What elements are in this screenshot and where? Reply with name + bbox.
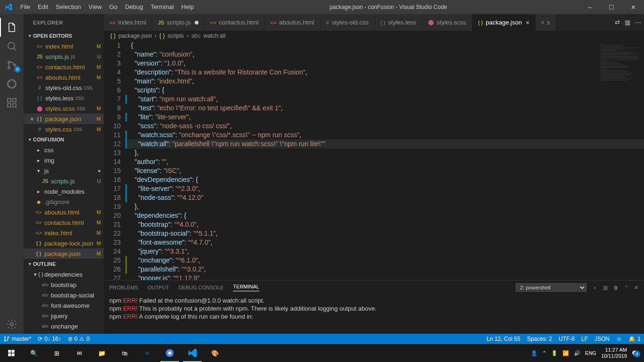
tree-item[interactable]: ▸css bbox=[24, 145, 104, 155]
menu-view[interactable]: View bbox=[85, 0, 106, 14]
wifi-icon[interactable]: 📶 bbox=[562, 350, 569, 356]
explorer-icon[interactable] bbox=[0, 18, 24, 37]
notifications-icon[interactable]: 🔔1 bbox=[625, 334, 644, 344]
debug-icon[interactable] bbox=[0, 74, 24, 93]
terminal-select[interactable]: 2: powershell bbox=[516, 283, 586, 292]
tree-item[interactable]: ▸img bbox=[24, 155, 104, 165]
maximize-panel-icon[interactable]: ⌃ bbox=[624, 285, 628, 291]
menu-help[interactable]: Help bbox=[178, 0, 198, 14]
volume-icon[interactable]: 🔊 bbox=[574, 350, 580, 356]
settings-icon[interactable] bbox=[0, 315, 24, 334]
open-editor-item[interactable]: #styles.csscssM bbox=[24, 124, 104, 134]
code-editor[interactable]: 1234567891011121314151617181920212223242… bbox=[104, 41, 644, 280]
terminal-tab[interactable]: TERMINAL bbox=[233, 284, 259, 291]
maximize-button[interactable]: ☐ bbox=[601, 0, 622, 14]
open-editor-item[interactable]: #styles-old.csscss bbox=[24, 82, 104, 93]
tree-item[interactable]: { }package-lock.jsonM bbox=[24, 238, 104, 248]
output-tab[interactable]: OUTPUT bbox=[148, 285, 169, 290]
action-center-icon[interactable]: 💬4 bbox=[632, 350, 638, 356]
compare-icon[interactable]: ⇄ bbox=[615, 19, 620, 26]
editor-tab[interactable]: { }package.json× bbox=[472, 14, 536, 31]
open-editor-item[interactable]: JSscripts.jsjsU bbox=[24, 51, 104, 62]
problems-count[interactable]: ⊘ 0 ⚠ 0 bbox=[65, 334, 93, 344]
edge-icon[interactable]: ｅ bbox=[136, 344, 158, 362]
tree-item[interactable]: <>contactus.htmlM bbox=[24, 217, 104, 228]
terminal-body[interactable]: npm ERR! Failed at the confusion@1.0.0 w… bbox=[104, 295, 644, 334]
outline-item[interactable]: abcbootstrap-social bbox=[24, 290, 104, 300]
menu-file[interactable]: File bbox=[17, 0, 34, 14]
open-editor-item[interactable]: <>aboutus.htmlM bbox=[24, 72, 104, 82]
close-button[interactable]: ✕ bbox=[622, 0, 644, 14]
minimize-button[interactable]: ─ bbox=[579, 0, 601, 14]
kill-terminal-icon[interactable]: 🗑 bbox=[613, 285, 619, 290]
store-icon[interactable]: 🛍 bbox=[113, 344, 136, 362]
outline-item[interactable]: abcjquery bbox=[24, 311, 104, 321]
menu-debug[interactable]: Debug bbox=[121, 0, 147, 14]
project-header[interactable]: ▾CONFUSION bbox=[24, 134, 104, 145]
outline-item[interactable]: abcfont-awesome bbox=[24, 300, 104, 311]
open-editor-item[interactable]: <>index.htmlM bbox=[24, 41, 104, 51]
menu-edit[interactable]: Edit bbox=[34, 0, 52, 14]
tree-item[interactable]: ▸node_modules bbox=[24, 186, 104, 197]
editor-tab[interactable]: <>contactus.html bbox=[205, 14, 265, 31]
file-explorer-icon[interactable]: 📁 bbox=[91, 344, 113, 362]
minimap[interactable]: ▬▬▬▬▬▬▬▬▬▬▬▬▬▬▬▬▬▬▬▬▬▬▬▬▬▬▬▬▬▬▬▬▬▬▬▬▬▬▬▬… bbox=[597, 41, 644, 280]
tree-item[interactable]: ◆.gitignore bbox=[24, 197, 104, 207]
git-sync[interactable]: ⟳ 0↓ 16↑ bbox=[34, 334, 64, 344]
editor-tab[interactable]: #s bbox=[536, 14, 556, 31]
chrome-icon[interactable] bbox=[158, 344, 181, 362]
tree-item[interactable]: ▾js● bbox=[24, 165, 104, 176]
language-indicator[interactable]: ENG bbox=[585, 350, 596, 356]
tree-item[interactable]: <>index.htmlM bbox=[24, 228, 104, 238]
debug-console-tab[interactable]: DEBUG CONSOLE bbox=[178, 285, 223, 290]
outline-item[interactable]: abconchange bbox=[24, 321, 104, 331]
cursor-position[interactable]: Ln 12, Col 55 bbox=[483, 334, 523, 344]
more-icon[interactable]: ⋯ bbox=[635, 19, 641, 26]
split-terminal-icon[interactable]: ▥ bbox=[603, 285, 608, 291]
paint-icon[interactable]: 🎨 bbox=[204, 344, 226, 362]
vscode-taskbar-icon[interactable] bbox=[181, 344, 204, 362]
editor-tab[interactable]: #styles-old.css bbox=[321, 14, 375, 31]
editor-tab[interactable]: ⬤styles.scss bbox=[422, 14, 472, 31]
mail-icon[interactable]: ✉ bbox=[68, 344, 91, 362]
source-control-icon[interactable]: 8 bbox=[0, 56, 24, 74]
search-button[interactable]: 🔍 bbox=[23, 344, 45, 362]
tray-chevron-icon[interactable]: ⌃ bbox=[542, 350, 546, 356]
open-editor-item[interactable]: ×{ }package.jsonM bbox=[24, 114, 104, 124]
open-editor-item[interactable]: <>contactus.htmlM bbox=[24, 62, 104, 72]
people-icon[interactable]: 👤 bbox=[531, 350, 537, 356]
clock[interactable]: 11:27 AM10/11/2019 bbox=[601, 347, 627, 359]
editor-tab[interactable]: <>aboutus.html bbox=[264, 14, 320, 31]
menu-terminal[interactable]: Terminal bbox=[147, 0, 177, 14]
split-editor-icon[interactable]: ▥ bbox=[625, 19, 630, 26]
tree-item[interactable]: JSscripts.jsU bbox=[24, 176, 104, 186]
open-editor-item[interactable]: { }styles.lesscss bbox=[24, 93, 104, 103]
tree-item[interactable]: <>aboutus.htmlM bbox=[24, 207, 104, 217]
feedback-icon[interactable]: ☺ bbox=[613, 334, 625, 344]
indentation[interactable]: Spaces: 2 bbox=[524, 334, 555, 344]
outline-item[interactable]: ▾ { }dependencies bbox=[24, 269, 104, 280]
outline-header[interactable]: ▾OUTLINE bbox=[24, 259, 104, 269]
breadcrumb[interactable]: { }package.json› { }scripts› abcwatch:al… bbox=[104, 31, 644, 41]
language-mode[interactable]: JSON bbox=[591, 334, 613, 344]
close-panel-icon[interactable]: ✕ bbox=[634, 285, 638, 291]
git-branch[interactable]: master* bbox=[0, 334, 34, 344]
battery-icon[interactable]: 🔋 bbox=[551, 350, 558, 356]
new-terminal-icon[interactable]: ＋ bbox=[592, 284, 597, 291]
menu-go[interactable]: Go bbox=[106, 0, 121, 14]
editor-tab[interactable]: <>index.html bbox=[104, 14, 152, 31]
editor-tab[interactable]: { }styles.less bbox=[375, 14, 422, 31]
eol[interactable]: LF bbox=[578, 334, 591, 344]
extensions-icon[interactable] bbox=[0, 93, 24, 112]
task-view-button[interactable]: ⊞ bbox=[45, 344, 68, 362]
editor-tab[interactable]: JSscripts.js bbox=[152, 14, 204, 31]
tree-item[interactable]: { }package.jsonM bbox=[24, 248, 104, 259]
menu-selection[interactable]: Selection bbox=[52, 0, 84, 14]
open-editor-item[interactable]: ⬤styles.scsscssM bbox=[24, 103, 104, 114]
start-button[interactable] bbox=[0, 344, 23, 362]
open-editors-header[interactable]: ▾OPEN EDITORS bbox=[24, 31, 104, 41]
search-icon[interactable] bbox=[0, 37, 24, 56]
problems-tab[interactable]: PROBLEMS bbox=[109, 285, 138, 290]
outline-item[interactable]: abcbootstrap bbox=[24, 280, 104, 290]
encoding[interactable]: UTF-8 bbox=[555, 334, 578, 344]
